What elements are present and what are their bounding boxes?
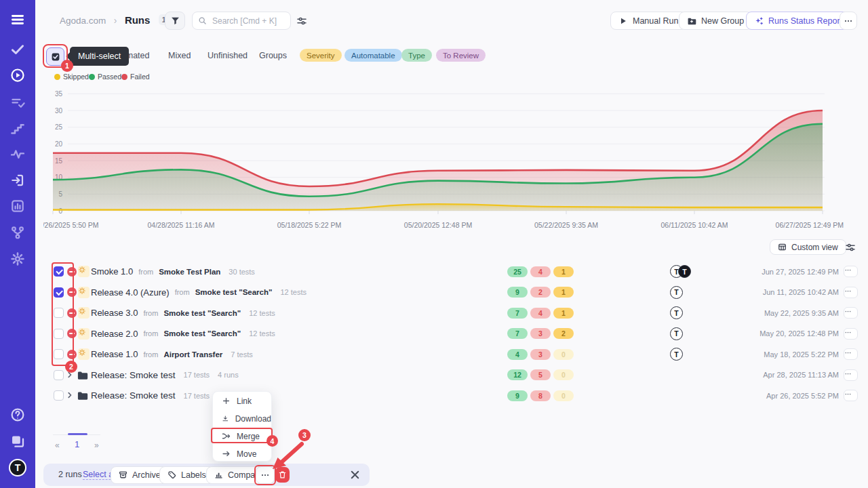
- pulse-icon[interactable]: [10, 146, 25, 161]
- tab-unfinished[interactable]: Unfinished: [208, 51, 248, 60]
- result-badges: 430: [507, 349, 574, 360]
- run-from-label: from: [175, 288, 190, 296]
- branch-icon[interactable]: [10, 225, 25, 240]
- pagination-next[interactable]: »: [94, 441, 99, 450]
- annotation-trash-marker: [275, 467, 290, 483]
- badge-skipped: 1: [553, 287, 574, 298]
- row-more-button[interactable]: [844, 287, 858, 298]
- avatar: T: [670, 348, 683, 361]
- run-title[interactable]: Release 3.0: [91, 308, 138, 318]
- run-title[interactable]: Release 2.0: [91, 329, 138, 339]
- breadcrumb: Agoda.com › Runs 16: [60, 14, 174, 26]
- run-title[interactable]: Release 1.0: [91, 349, 138, 359]
- sign-in-icon[interactable]: [10, 173, 25, 188]
- multi-select-tooltip: Multi-select: [70, 47, 129, 66]
- run-title[interactable]: Smoke 1.0: [91, 266, 133, 277]
- merge-icon: [222, 432, 231, 441]
- selection-bar: 2 runs Select all Archive Labels Compare: [43, 464, 370, 486]
- badge-failed: 4: [530, 266, 551, 277]
- chart-x-axis: 04/26/2025 5:50 PM04/28/2025 11:16 AM05/…: [43, 221, 844, 230]
- pagination-page-1[interactable]: 1: [75, 439, 79, 449]
- view-settings-icon[interactable]: [845, 242, 856, 253]
- x-tick-label: 04/26/2025 5:50 PM: [43, 221, 99, 229]
- app-logo[interactable]: T: [9, 459, 26, 476]
- group-title[interactable]: Release: Smoke test: [91, 370, 176, 380]
- run-source[interactable]: Smoke Test Plan: [159, 268, 220, 276]
- new-group-button[interactable]: New Group: [679, 12, 752, 30]
- close-selection-icon[interactable]: [349, 468, 361, 481]
- pill-type[interactable]: Type: [401, 49, 432, 62]
- run-tests-count: 7 tests: [231, 350, 252, 359]
- pagination-prev[interactable]: «: [55, 441, 60, 450]
- ellipsis-icon: [260, 470, 270, 480]
- row-more-button[interactable]: [844, 307, 858, 319]
- run-source[interactable]: Smoke test "Search": [163, 329, 241, 338]
- breadcrumb-project[interactable]: Agoda.com: [60, 16, 106, 26]
- list-check-icon[interactable]: [10, 95, 25, 110]
- menu-item-link[interactable]: Link: [213, 392, 271, 409]
- help-icon[interactable]: [10, 407, 25, 422]
- manual-run-button[interactable]: Manual Run: [610, 12, 686, 30]
- badge-failed: 8: [530, 390, 551, 401]
- pill-severity[interactable]: Severity: [300, 49, 342, 62]
- run-checkbox[interactable]: [54, 308, 64, 318]
- row-more-button[interactable]: [844, 328, 858, 340]
- steps-icon[interactable]: [10, 121, 25, 136]
- search-input[interactable]: [211, 16, 285, 26]
- check-icon[interactable]: [10, 42, 25, 57]
- group-tests-count: 17 tests: [184, 371, 210, 379]
- pill-automatable[interactable]: Automatable: [344, 49, 402, 62]
- row-more-button[interactable]: [844, 390, 858, 401]
- run-title[interactable]: Release 4.0 (Azure): [91, 287, 170, 298]
- badge-failed: 2: [530, 287, 551, 298]
- status-minus-icon: [67, 308, 77, 318]
- run-tests-count: 12 tests: [249, 309, 275, 317]
- tab-groups[interactable]: Groups: [259, 51, 287, 60]
- result-badges: 741: [507, 308, 574, 319]
- group-title[interactable]: Release: Smoke test: [91, 390, 176, 401]
- row-more-button[interactable]: [844, 369, 858, 381]
- menu-item-merge[interactable]: Merge: [213, 428, 271, 445]
- play-circle-icon[interactable]: [10, 68, 25, 83]
- run-tests-count: 12 tests: [280, 288, 307, 296]
- run-checkbox[interactable]: [54, 266, 64, 277]
- x-tick-label: 04/28/2025 11:16 AM: [147, 221, 214, 229]
- runs-status-report-button[interactable]: Runs Status Report: [746, 12, 850, 30]
- folders-icon[interactable]: [10, 434, 25, 449]
- run-checkbox[interactable]: [54, 287, 64, 298]
- pill-to-review[interactable]: To Review: [436, 49, 486, 62]
- group-checkbox[interactable]: [54, 370, 64, 380]
- ellipsis-icon: [844, 16, 853, 26]
- chart-box-icon[interactable]: [10, 199, 25, 214]
- run-date: Jun 11, 2025 10:42 AM: [763, 283, 839, 302]
- folder-icon: [77, 369, 88, 381]
- run-row: Smoke 1.0 from Smoke Test Plan 30 tests …: [0, 262, 868, 281]
- group-checkbox[interactable]: [54, 390, 64, 401]
- row-more-button[interactable]: [844, 266, 858, 277]
- run-tests-count: 30 tests: [229, 268, 255, 276]
- row-more-button[interactable]: [844, 348, 858, 360]
- annotation-step-4: 4: [267, 435, 278, 447]
- assignee-avatars: TT: [670, 265, 691, 278]
- group-row: Release: Smoke test 17 tests 4 runs 1250…: [0, 365, 868, 385]
- multi-select-checkbox-icon: [50, 52, 61, 62]
- chevron-right-icon[interactable]: [65, 390, 75, 400]
- folder-plus-icon: [687, 16, 696, 26]
- result-badges: 980: [507, 390, 574, 401]
- run-source[interactable]: Smoke test "Search": [163, 309, 241, 317]
- search-box[interactable]: [192, 12, 291, 30]
- tab-mixed[interactable]: Mixed: [168, 51, 191, 60]
- menu-item-move[interactable]: Move: [213, 445, 271, 462]
- page-title: Runs: [125, 14, 151, 26]
- filter-button[interactable]: [165, 12, 185, 30]
- run-checkbox[interactable]: [54, 329, 64, 339]
- menu-item-download[interactable]: Download: [213, 410, 271, 427]
- menu-icon[interactable]: [10, 12, 25, 27]
- search-settings-icon[interactable]: [296, 16, 307, 26]
- custom-view-button[interactable]: Custom view: [770, 239, 846, 255]
- header-more-button[interactable]: [840, 12, 857, 30]
- run-checkbox[interactable]: [54, 349, 64, 359]
- run-source[interactable]: Airport Transfer: [163, 350, 222, 359]
- selection-more-button[interactable]: [256, 466, 275, 484]
- run-source[interactable]: Smoke test "Search": [195, 288, 273, 296]
